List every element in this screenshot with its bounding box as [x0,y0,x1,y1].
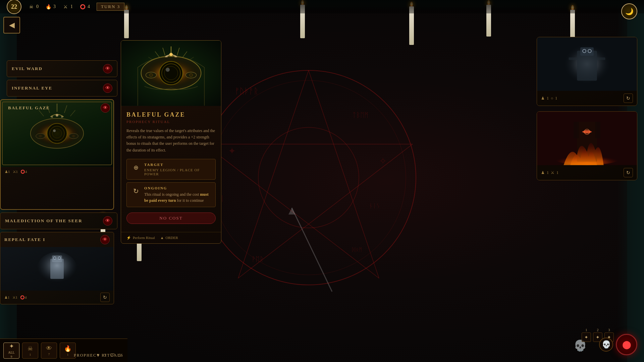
resource-group-fire: 🔥 3 [45,4,56,10]
resource-group-coin: ⭕ 4 [79,4,90,10]
svg-point-36 [51,116,53,118]
sword-count: 1 [70,4,73,9]
card-badge-infernal-eye: 👁 [103,83,112,93]
svg-rect-77 [595,122,600,138]
card-item-infernal-eye[interactable]: INFERNAL EYE 👁 [7,80,117,97]
mini-shape-1[interactable]: ✦ [582,333,591,342]
svg-point-57 [166,68,170,72]
card-list: EVIL WARD 👁 INFERNAL EYE 👁 BALEFUL GAZE … [0,60,117,304]
skull-count: 0 [36,4,39,9]
svg-point-27 [47,123,67,143]
detail-description: Reveals the true values of the target's … [126,128,216,154]
card-item-evil-ward[interactable]: EVIL WARD 👁 [7,60,117,77]
card-item-repeal-fate[interactable]: REPEAL FATE I 👁 [0,232,114,304]
action-btn-icon: ⬤ [622,340,631,349]
ongoing-description: This ritual is ongoing and the cost must… [144,191,211,203]
skull-bottom-btn[interactable]: 💀 [599,338,613,352]
target-content: TARGET ENEMY LEGION / PLACE OF POWER [144,163,211,176]
baleful-gaze-stats: ♟1 ⚔1 ⭕4 [1,167,113,177]
filter-all-count: 9 [11,355,12,358]
filter-tab-4[interactable]: 🔥 1 [60,343,76,359]
target-value: ENEMY LEGION / PLACE OF POWER [144,168,211,176]
svg-rect-72 [597,57,605,60]
resource-group-skull: ☠ 0 [28,4,39,10]
card-expose-treason[interactable]: EXPOSE TREASON 👁 [537,37,637,106]
expose-treason-art: EXPOSE TREASON 👁 [537,37,637,91]
order-icon: ▲ [160,236,164,240]
expose-treason-svg [537,37,637,91]
card-badge-malediction: 👁 [103,216,112,226]
filter-4-count: 1 [67,353,69,356]
left-panel: EVIL WARD 👁 INFERNAL EYE 👁 BALEFUL GAZE … [0,20,121,362]
target-icon: ⊕ [131,163,141,173]
cost-label: NO COST [159,216,182,221]
repeal-fate-art [0,247,114,291]
target-label: TARGET [144,163,211,167]
filter-tab-all[interactable]: ✦ ALL 9 [3,343,19,359]
svg-point-35 [56,114,58,117]
enfeeble-refresh-btn[interactable]: ↻ [624,168,633,177]
card-item-baleful-gaze-large[interactable]: BALEFUL GAZE 👁 [0,99,114,210]
svg-point-37 [61,116,63,118]
candle-body-1 [124,10,129,38]
expose-treason-stats: ♟1 ○1 [541,96,557,101]
perform-ritual-label: Perform Ritual [133,236,155,240]
filter-4-icon: 🔥 [64,345,71,352]
enfeeble-footer: ♟1 ⚔1 ↻ [537,165,637,180]
filter-tab-3[interactable]: 👁 7 [41,343,57,359]
enfeeble-stats: ♟1 ⚔1 [541,170,558,175]
detail-property-ongoing: ↻ ONGOING This ritual is ongoing and the… [126,182,216,207]
filter-2-count: 1 [30,353,31,356]
card-name-repeal-fate: REPEAL FATE I [4,237,45,242]
card-badge-evil-ward: 👁 [103,64,112,73]
card-name-baleful-gaze: BALEFUL GAZE [8,105,50,110]
fire-count: 3 [53,4,56,9]
level-number: 22 [11,3,17,10]
left-action-button[interactable]: ◀ [3,17,20,34]
card-enfeeble[interactable]: ENFEEBLE I ♛ [537,111,637,180]
fire-icon: 🔥 [45,4,51,10]
filter-3-count: 7 [48,353,50,356]
filter-tab-2[interactable]: ☠ 1 [22,343,38,359]
card-name-infernal-eye: INFERNAL EYE [12,85,52,91]
level-badge: ♛ 22 [7,0,21,14]
moon-badge[interactable]: 🌙 [621,3,637,19]
expose-treason-footer: ♟1 ○1 ↻ [537,91,637,106]
filter-all-label: ALL [8,351,14,354]
top-right-badge[interactable]: 🌙 [621,3,637,19]
ongoing-label: ONGOING [144,186,211,190]
bottom-filter-bar: ✦ ALL 9 ☠ 1 👁 7 🔥 1 PROPHECY RITUALS ✦ 7… [0,339,127,362]
detail-art-area [121,41,221,106]
moon-icon: 🌙 [625,7,634,15]
prophecy-stats: ✦ 7 🛡 5 [96,353,121,358]
order-label: ORDER [166,236,178,240]
card-name-evil-ward: EVIL WARD [12,66,43,71]
svg-point-30 [53,129,56,132]
expose-treason-refresh-btn[interactable]: ↻ [624,94,633,103]
right-cards-panel: EXPOSE TREASON 👁 [537,37,637,186]
mini-icon-1: 1 ✦ [582,328,591,342]
turn-indicator: TURN 3 [97,3,124,11]
svg-point-63 [166,55,168,57]
perform-ritual-action[interactable]: ⚡ Perform Ritual [126,236,155,240]
top-hud: ♛ 22 ☠ 0 🔥 3 ⚔ 1 ⭕ 4 TURN 3 [0,0,644,13]
ritual-icon: ⚡ [126,236,131,240]
repeal-fate-refresh-btn[interactable]: ↻ [100,293,110,302]
detail-footer: ⚡ Perform Ritual ▲ ORDER [121,232,221,243]
detail-property-target: ⊕ TARGET ENEMY LEGION / PLACE OF POWER [126,159,216,180]
enfeeble-art: ENFEEBLE I ♛ [537,112,637,165]
ongoing-content: ONGOING This ritual is ongoing and the c… [144,186,211,203]
svg-point-64 [174,55,176,57]
filter-3-icon: 👁 [46,345,52,352]
order-action[interactable]: ▲ ORDER [160,236,178,240]
mini-count-1: 1 [586,328,587,332]
no-cost-button[interactable]: NO COST [126,213,216,224]
card-item-malediction[interactable]: MALEDICTION OF THE SEER 👁 [0,213,117,229]
filter-all-icon: ✦ [9,343,14,350]
big-action-button[interactable]: ⬤ [616,334,637,355]
svg-point-32 [39,135,42,137]
svg-point-34 [72,135,75,137]
svg-rect-76 [574,122,579,138]
repeal-fate-svg [23,249,91,289]
skull-icon: ☠ [28,4,34,10]
